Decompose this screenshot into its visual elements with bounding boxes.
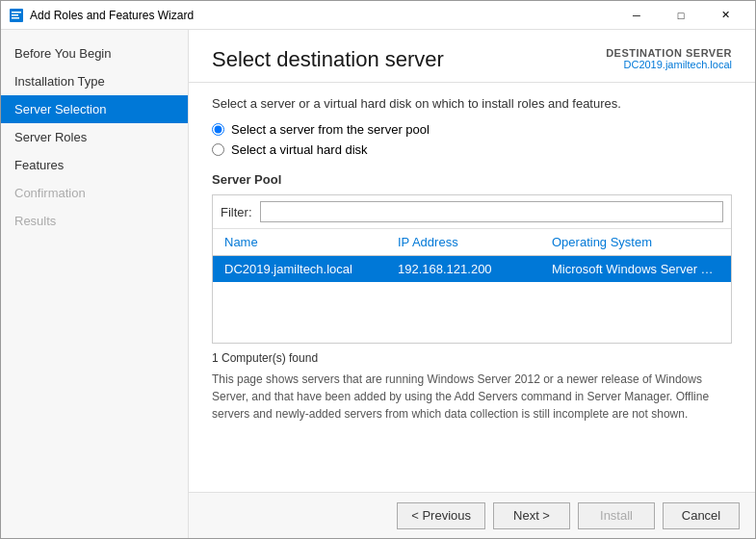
destination-server-info: DESTINATION SERVER DC2019.jamiltech.loca… [606,47,732,70]
svg-rect-3 [12,17,19,19]
server-pool-box: Filter: Name IP Address Operating System… [212,194,732,344]
description-text: This page shows servers that are running… [212,371,732,423]
cell-name: DC2019.jamiltech.local [221,260,394,278]
table-body: DC2019.jamiltech.local 192.168.121.200 M… [213,256,731,343]
sidebar: Before You Begin Installation Type Serve… [1,30,189,538]
app-icon [9,8,24,23]
instruction-text: Select a server or a virtual hard disk o… [212,96,732,111]
radio-vhd[interactable] [212,143,224,156]
filter-input[interactable] [260,201,724,222]
sidebar-item-server-roles[interactable]: Server Roles [1,123,188,151]
computers-found: 1 Computer(s) found [212,351,732,365]
page-title: Select destination server [212,47,444,72]
sidebar-item-confirmation: Confirmation [1,179,188,207]
radio-row-vhd: Select a virtual hard disk [212,142,732,157]
cell-ip: 192.168.121.200 [394,260,548,278]
window-title: Add Roles and Features Wizard [30,9,614,22]
svg-rect-1 [12,12,21,13]
filter-row: Filter: [213,195,731,229]
svg-rect-2 [12,14,18,16]
title-bar: Add Roles and Features Wizard ─ □ ✕ [1,1,755,30]
col-header-ip[interactable]: IP Address [394,233,548,251]
main-body: Select a server or a virtual hard disk o… [189,83,755,492]
radio-row-server-pool: Select a server from the server pool [212,122,732,137]
radio-server-pool[interactable] [212,123,224,136]
destination-server-value: DC2019.jamiltech.local [606,59,732,70]
footer: < Previous Next > Install Cancel [189,492,755,538]
table-header: Name IP Address Operating System [213,229,731,256]
server-pool-section-label: Server Pool [212,172,732,187]
sidebar-item-before-you-begin[interactable]: Before You Begin [1,39,188,67]
maximize-button[interactable]: □ [659,1,703,30]
cancel-button[interactable]: Cancel [663,502,740,529]
next-button[interactable]: Next > [493,502,570,529]
previous-button[interactable]: < Previous [397,502,485,529]
window-controls: ─ □ ✕ [614,1,747,30]
radio-group: Select a server from the server pool Sel… [212,122,732,157]
radio-vhd-label[interactable]: Select a virtual hard disk [231,142,368,157]
sidebar-item-server-selection[interactable]: Server Selection [1,95,188,123]
main-content: Select destination server DESTINATION SE… [189,30,755,538]
page-header: Select destination server DESTINATION SE… [189,30,755,83]
minimize-button[interactable]: ─ [614,1,659,30]
sidebar-item-features[interactable]: Features [1,151,188,179]
close-button[interactable]: ✕ [703,1,747,30]
sidebar-item-results: Results [1,207,188,235]
col-header-os[interactable]: Operating System [548,233,723,251]
destination-server-label: DESTINATION SERVER [606,47,732,59]
content-area: Before You Begin Installation Type Serve… [1,30,755,538]
table-row[interactable]: DC2019.jamiltech.local 192.168.121.200 M… [213,256,731,282]
sidebar-item-installation-type[interactable]: Installation Type [1,67,188,95]
radio-server-pool-label[interactable]: Select a server from the server pool [231,122,430,137]
install-button[interactable]: Install [578,502,655,529]
col-header-name[interactable]: Name [221,233,394,251]
cell-os: Microsoft Windows Server 2019 Standard [548,260,723,278]
filter-label: Filter: [221,205,252,219]
main-window: Add Roles and Features Wizard ─ □ ✕ Befo… [0,0,756,539]
